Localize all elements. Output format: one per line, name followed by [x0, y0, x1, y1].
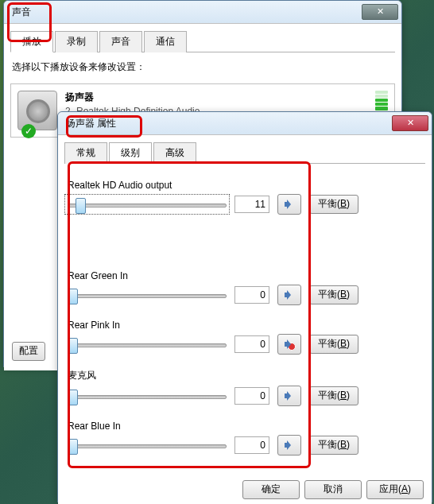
speaker-icon: [285, 339, 294, 349]
dialog-buttons: 确定 取消 应用(A): [242, 480, 424, 499]
volume-value[interactable]: 0: [234, 436, 269, 454]
volume-value[interactable]: 0: [234, 286, 269, 304]
speaker-icon: [285, 200, 294, 209]
volume-value[interactable]: 0: [234, 387, 269, 405]
channel-label: Rear Pink In: [68, 320, 422, 331]
props-tabs: 常规 级别 高级: [64, 142, 425, 164]
sound-tabs: 播放 录制 声音 通信: [10, 30, 395, 52]
mute-button[interactable]: [277, 334, 301, 355]
speaker-icon: [285, 391, 294, 401]
volume-value[interactable]: 11: [234, 196, 269, 213]
tab-levels[interactable]: 级别: [109, 142, 152, 164]
speaker-icon: [285, 290, 294, 300]
speaker-icon: [285, 440, 294, 450]
channel-label: Rear Green In: [68, 270, 422, 281]
speaker-properties-window: 扬声器 属性 ✕ 常规 级别 高级 Realtek HD Audio outpu…: [57, 111, 432, 502]
configure-button[interactable]: 配置: [12, 342, 45, 361]
balance-button[interactable]: 平衡(B): [309, 335, 358, 354]
props-titlebar[interactable]: 扬声器 属性 ✕: [58, 112, 432, 135]
cancel-button[interactable]: 取消: [304, 480, 362, 499]
balance-button[interactable]: 平衡(B): [309, 386, 358, 405]
close-icon[interactable]: ✕: [392, 115, 428, 131]
tab-advanced[interactable]: 高级: [153, 142, 196, 164]
volume-slider[interactable]: [68, 288, 227, 302]
volume-slider[interactable]: [68, 438, 227, 452]
mute-button[interactable]: [277, 194, 301, 215]
levels-panel: Realtek HD Audio output11平衡(B)Rear Green…: [64, 172, 425, 478]
sound-titlebar[interactable]: 声音 ✕: [4, 1, 401, 24]
device-name: 扬声器: [65, 91, 367, 104]
close-icon[interactable]: ✕: [362, 4, 398, 20]
balance-button[interactable]: 平衡(B): [309, 285, 358, 304]
tab-general[interactable]: 常规: [64, 142, 107, 164]
channel-group: Rear Pink In0平衡(B): [68, 320, 422, 355]
ok-button[interactable]: 确定: [242, 480, 300, 499]
balance-button[interactable]: 平衡(B): [309, 195, 358, 214]
tab-sounds[interactable]: 声音: [99, 31, 142, 52]
apply-button[interactable]: 应用(A): [366, 480, 424, 499]
channel-label: Rear Blue In: [68, 421, 422, 432]
mute-button[interactable]: [277, 285, 301, 305]
checkmark-icon: ✓: [21, 124, 36, 138]
speaker-icon: [17, 91, 57, 130]
mute-button[interactable]: [277, 386, 301, 406]
tab-playback[interactable]: 播放: [10, 31, 53, 52]
tab-recording[interactable]: 录制: [55, 31, 98, 52]
playback-hint: 选择以下播放设备来修改设置：: [12, 60, 395, 74]
mute-button[interactable]: [277, 435, 301, 456]
tab-comm[interactable]: 通信: [144, 31, 187, 52]
channel-label: 麦克风: [68, 369, 422, 382]
props-window-title: 扬声器 属性: [61, 117, 392, 130]
sound-window-title: 声音: [7, 6, 362, 19]
channel-group: Rear Blue In0平衡(B): [68, 421, 422, 456]
balance-button[interactable]: 平衡(B): [309, 436, 358, 455]
channel-group: 麦克风0平衡(B): [68, 369, 422, 406]
volume-slider[interactable]: [68, 337, 227, 351]
channel-label: Realtek HD Audio output: [68, 180, 422, 191]
volume-slider[interactable]: [68, 197, 227, 211]
volume-value[interactable]: 0: [234, 335, 269, 353]
volume-slider[interactable]: [68, 389, 227, 403]
channel-group: Rear Green In0平衡(B): [68, 270, 422, 305]
channel-group: Realtek HD Audio output11平衡(B): [68, 180, 422, 215]
